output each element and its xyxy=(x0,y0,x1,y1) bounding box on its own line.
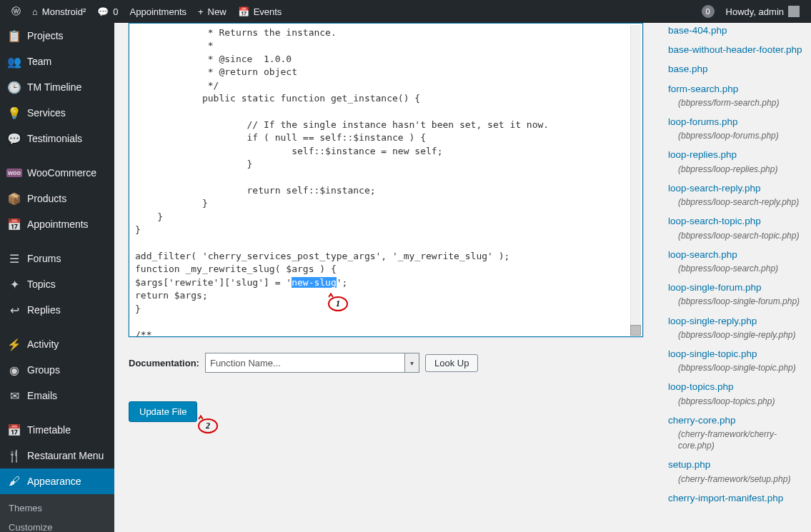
file-item: form-search.php(bbpress/form-search.php) xyxy=(668,81,804,109)
new-link[interactable]: +New xyxy=(192,0,232,23)
file-link[interactable]: loop-replies.php xyxy=(668,147,804,163)
sidebar-item-label: TM Timeline xyxy=(27,81,81,93)
file-item: loop-search.php(bbpress/loop-search.php) xyxy=(668,247,804,274)
sidebar-item-label: Groups xyxy=(27,364,60,376)
woocommerce-icon: woo xyxy=(7,166,21,180)
sidebar-item-label: Appointments xyxy=(27,219,89,230)
sidebar-item-replies[interactable]: ↩Replies xyxy=(0,297,114,323)
file-item: loop-search-topic.php(bbpress/loop-searc… xyxy=(668,214,804,241)
sidebar-item-services[interactable]: 💡Services xyxy=(0,100,114,126)
file-link[interactable]: base-without-header-footer.php xyxy=(668,42,804,58)
file-link[interactable]: loop-search.php xyxy=(668,247,804,263)
appointments-label: Appointments xyxy=(130,6,187,17)
code-editor[interactable]: * Returns the instance. * * @since 1.0.0… xyxy=(129,23,643,337)
wordpress-icon: ⓦ xyxy=(11,5,21,18)
file-link[interactable]: cherry-import-manifest.php xyxy=(668,491,804,506)
scrollbar-track[interactable] xyxy=(630,25,641,335)
submenu-item-themes[interactable]: Themes xyxy=(0,498,114,518)
file-path: (cherry-framework/cherry-core.php) xyxy=(668,428,804,451)
function-name-select[interactable]: Function Name... ▾ xyxy=(205,353,419,373)
submenu-item-customize[interactable]: Customize xyxy=(0,518,114,532)
sidebar-item-label: Activity xyxy=(27,338,59,350)
tm-timeline-icon: 🕒 xyxy=(7,80,21,94)
sidebar-item-restaurant-menu[interactable]: 🍴Restaurant Menu xyxy=(0,443,114,468)
marker-1-text: 1 xyxy=(336,298,340,309)
events-link[interactable]: 📅Events xyxy=(232,0,288,23)
file-path: (bbpress/loop-search-reply.php) xyxy=(668,196,804,208)
file-link[interactable]: base-404.php xyxy=(668,23,804,39)
file-item: cherry-import-manifest.php xyxy=(668,491,804,506)
services-icon: 💡 xyxy=(7,106,21,120)
pending-count-badge[interactable]: 0 xyxy=(696,0,720,23)
update-file-button[interactable]: Update File xyxy=(129,401,197,422)
sidebar-item-label: Restaurant Menu xyxy=(27,450,104,461)
appearance-submenu: ThemesCustomizeWidgets xyxy=(0,494,114,532)
sidebar-item-label: Timetable xyxy=(27,424,71,436)
file-item: base.php xyxy=(668,61,804,77)
sidebar-item-appearance[interactable]: 🖌Appearance xyxy=(0,468,114,494)
file-path: (bbpress/form-search.php) xyxy=(668,97,804,109)
file-link[interactable]: base.php xyxy=(668,61,804,77)
documentation-label: Documentation: xyxy=(129,358,199,368)
howdy-link[interactable]: Howdy, admin xyxy=(720,0,805,23)
pending-count-value: 0 xyxy=(702,5,715,18)
sidebar-item-timetable[interactable]: 📅Timetable xyxy=(0,417,114,443)
sidebar-item-projects[interactable]: 📋Projects xyxy=(0,23,114,49)
file-item: base-404.php xyxy=(668,23,804,39)
sidebar-item-label: Replies xyxy=(27,304,61,316)
sidebar-item-emails[interactable]: ✉Emails xyxy=(0,383,114,408)
sidebar-item-woocommerce[interactable]: wooWooCommerce xyxy=(0,160,114,186)
sidebar-item-forums[interactable]: ☰Forums xyxy=(0,246,114,271)
wp-logo[interactable]: ⓦ xyxy=(6,0,26,23)
forums-icon: ☰ xyxy=(7,251,21,266)
avatar xyxy=(788,6,800,17)
file-link[interactable]: setup.php xyxy=(668,457,804,473)
file-path: (bbpress/loop-search-topic.php) xyxy=(668,230,804,241)
file-path: (bbpress/loop-replies.php) xyxy=(668,164,804,175)
comment-icon: 💬 xyxy=(97,6,109,17)
restaurant-menu-icon: 🍴 xyxy=(7,448,21,463)
chevron-down-icon: ▾ xyxy=(404,353,419,372)
file-item: loop-single-forum.php(bbpress/loop-singl… xyxy=(668,280,804,307)
file-link[interactable]: loop-search-topic.php xyxy=(668,214,804,229)
file-link[interactable]: loop-topics.php xyxy=(668,379,804,395)
sidebar-item-topics[interactable]: ✦Topics xyxy=(0,271,114,297)
admin-bar: ⓦ ⌂Monstroid² 💬0 Appointments +New 📅Even… xyxy=(0,0,811,23)
documentation-row: Documentation: Function Name... ▾ Look U… xyxy=(129,353,654,373)
file-item: base-without-header-footer.php xyxy=(668,42,804,58)
file-path: (bbpress/loop-topics.php) xyxy=(668,396,804,407)
appointments-icon: 📅 xyxy=(7,217,21,231)
annotation-marker-2: 2 xyxy=(198,418,218,433)
file-item: loop-single-topic.php(bbpress/loop-singl… xyxy=(668,346,804,373)
file-link[interactable]: loop-single-topic.php xyxy=(668,346,804,362)
sidebar-item-products[interactable]: 📦Products xyxy=(0,186,114,211)
topics-icon: ✦ xyxy=(7,277,21,291)
sidebar-item-appointments[interactable]: 📅Appointments xyxy=(0,211,114,237)
sidebar-item-activity[interactable]: ⚡Activity xyxy=(0,331,114,357)
site-name-link[interactable]: ⌂Monstroid² xyxy=(26,0,91,23)
lookup-button[interactable]: Look Up xyxy=(425,354,478,372)
file-link[interactable]: cherry-core.php xyxy=(668,413,804,428)
sidebar-item-team[interactable]: 👥Team xyxy=(0,49,114,74)
file-link[interactable]: loop-single-reply.php xyxy=(668,313,804,329)
file-path: (cherry-framework/setup.php) xyxy=(668,473,804,485)
scrollbar-thumb[interactable] xyxy=(630,325,641,336)
file-link[interactable]: loop-search-reply.php xyxy=(668,181,804,196)
annotation-marker-1: 1 xyxy=(328,296,348,311)
sidebar-item-tm-timeline[interactable]: 🕒TM Timeline xyxy=(0,74,114,100)
testimonials-icon: 💬 xyxy=(7,131,21,146)
sidebar-item-groups[interactable]: ◉Groups xyxy=(0,357,114,383)
sidebar-item-label: Products xyxy=(27,193,66,204)
team-icon: 👥 xyxy=(7,54,21,69)
file-link[interactable]: loop-single-forum.php xyxy=(668,280,804,296)
groups-icon: ◉ xyxy=(7,363,21,377)
file-link[interactable]: loop-forums.php xyxy=(668,114,804,130)
comments-link[interactable]: 💬0 xyxy=(91,0,124,23)
sidebar-item-testimonials[interactable]: 💬Testimonials xyxy=(0,126,114,151)
sidebar-item-label: Testimonials xyxy=(27,133,82,144)
sidebar-item-label: Team xyxy=(27,56,51,67)
appointments-link[interactable]: Appointments xyxy=(124,0,193,23)
main-content: * Returns the instance. * * @since 1.0.0… xyxy=(114,23,811,532)
file-link[interactable]: form-search.php xyxy=(668,81,804,97)
function-name-selected: Function Name... xyxy=(210,358,281,368)
